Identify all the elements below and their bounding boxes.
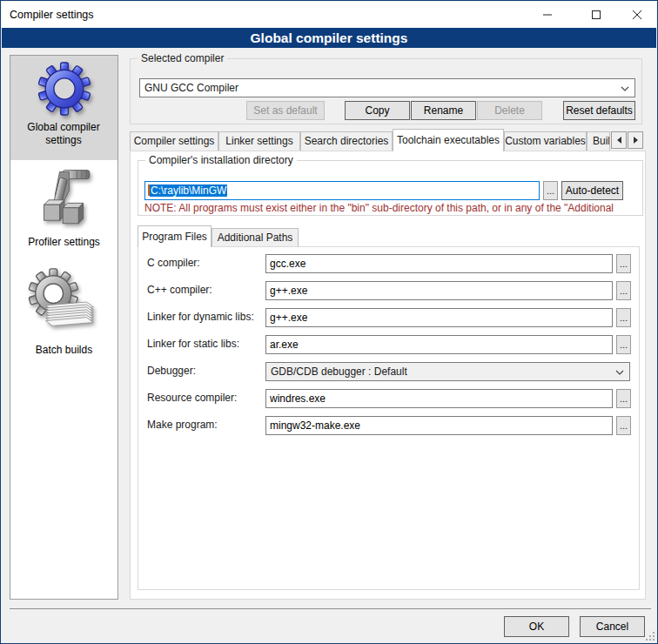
linker-static-browse-button[interactable]: ... xyxy=(616,335,631,354)
tab-scroll-right-button[interactable] xyxy=(628,131,643,149)
install-dir-browse-button[interactable]: ... xyxy=(543,181,558,200)
install-dir-input[interactable]: C:\raylib\MinGW xyxy=(144,181,540,200)
install-dir-value: C:\raylib\MinGW xyxy=(150,184,227,197)
ok-button[interactable]: OK xyxy=(504,616,569,637)
linker-dynamic-browse-button[interactable]: ... xyxy=(616,308,631,327)
field-label: Linker for dynamic libs: xyxy=(147,311,254,323)
close-button[interactable] xyxy=(622,2,652,28)
linker-static-input[interactable] xyxy=(265,335,613,354)
resize-grip[interactable] xyxy=(644,630,655,641)
cpp-compiler-browse-button[interactable]: ... xyxy=(616,281,631,300)
field-row-linker-dynamic: Linker for dynamic libs: ... xyxy=(138,308,639,327)
selected-compiler-group: Selected compiler GNU GCC Compiler Set a… xyxy=(130,58,642,124)
linker-dynamic-input[interactable] xyxy=(265,308,613,327)
cancel-button[interactable]: Cancel xyxy=(580,616,645,637)
tab-linker-settings[interactable]: Linker settings xyxy=(218,131,300,151)
compiler-select[interactable]: GNU GCC Compiler xyxy=(139,78,635,97)
titlebar: Compiler settings xyxy=(2,2,656,28)
cpp-compiler-input[interactable] xyxy=(265,281,613,300)
dialog-banner: Global compiler settings xyxy=(2,28,656,48)
field-row-resource-compiler: Resource compiler: ... xyxy=(138,389,639,408)
tab-search-directories[interactable]: Search directories xyxy=(300,131,393,151)
chevron-down-icon xyxy=(615,370,624,375)
debugger-select[interactable]: GDB/CDB debugger : Default xyxy=(265,362,630,381)
set-as-default-button[interactable]: Set as default xyxy=(246,101,325,120)
rename-button[interactable]: Rename xyxy=(411,101,476,120)
field-row-debugger: Debugger: GDB/CDB debugger : Default xyxy=(138,362,639,381)
subtab-additional-paths[interactable]: Additional Paths xyxy=(212,228,299,247)
compiler-select-value: GNU GCC Compiler xyxy=(144,82,238,94)
minimize-button[interactable] xyxy=(533,2,562,28)
gear-stack-icon xyxy=(10,266,118,344)
sidebar-item-label: Profiler settings xyxy=(10,236,118,249)
auto-detect-button[interactable]: Auto-detect xyxy=(561,181,623,200)
minimize-icon xyxy=(542,10,553,20)
install-dir-group: Compiler's installation directory C:\ray… xyxy=(138,160,643,216)
field-label: C compiler: xyxy=(147,257,200,269)
maximize-button[interactable] xyxy=(581,2,611,28)
field-label: Resource compiler: xyxy=(147,392,237,404)
selected-compiler-group-label: Selected compiler xyxy=(138,52,227,64)
tab-build-options[interactable]: Build xyxy=(587,131,610,151)
tab-toolchain-executables[interactable]: Toolchain executables xyxy=(393,129,504,151)
maximize-icon xyxy=(591,10,601,20)
gear-blue-icon xyxy=(10,56,118,118)
field-row-linker-static: Linker for static libs: ... xyxy=(138,335,639,354)
sidebar: Global compiler settings xyxy=(10,55,118,600)
arrow-left-icon xyxy=(617,137,621,144)
close-icon xyxy=(632,10,642,20)
arrow-right-icon xyxy=(634,137,638,144)
field-row-c-compiler: C compiler: ... xyxy=(138,254,639,273)
install-dir-group-label: Compiler's installation directory xyxy=(145,154,297,166)
copy-button[interactable]: Copy xyxy=(345,101,410,120)
subtab-program-files[interactable]: Program Files xyxy=(138,225,212,247)
field-label: Linker for static libs: xyxy=(147,338,239,350)
window-title: Compiler settings xyxy=(10,9,94,21)
field-label: C++ compiler: xyxy=(147,284,212,296)
sidebar-item-batch-builds[interactable]: Batch builds xyxy=(10,266,118,414)
sidebar-item-profiler-settings[interactable]: Profiler settings xyxy=(10,164,118,259)
field-row-cpp-compiler: C++ compiler: ... xyxy=(138,281,639,300)
resource-compiler-browse-button[interactable]: ... xyxy=(616,389,631,408)
make-program-input[interactable] xyxy=(265,416,613,435)
resource-compiler-input[interactable] xyxy=(265,389,613,408)
reset-defaults-button[interactable]: Reset defaults xyxy=(563,101,635,120)
sidebar-item-global-compiler-settings[interactable]: Global compiler settings xyxy=(10,56,118,160)
caliper-icon xyxy=(10,164,118,236)
make-program-browse-button[interactable]: ... xyxy=(616,416,631,435)
tab-compiler-settings[interactable]: Compiler settings xyxy=(130,131,218,151)
c-compiler-input[interactable] xyxy=(265,254,613,273)
debugger-select-value: GDB/CDB debugger : Default xyxy=(271,366,407,378)
toolchain-executables-page: Compiler's installation directory C:\ray… xyxy=(130,151,646,600)
sidebar-item-label: Global compiler settings xyxy=(18,121,109,147)
field-row-make-program: Make program: ... xyxy=(138,416,639,435)
chevron-down-icon xyxy=(621,86,629,91)
field-label: Make program: xyxy=(147,419,218,431)
footer-divider xyxy=(10,608,651,609)
tab-custom-variables[interactable]: Custom variables xyxy=(504,131,587,151)
note-text: NOTE: All programs must exist either in … xyxy=(144,202,641,214)
tab-scroll-left-button[interactable] xyxy=(611,131,627,149)
program-files-page: C compiler: ... C++ compiler: ... Linker… xyxy=(138,246,640,590)
field-label: Debugger: xyxy=(147,365,196,377)
compiler-settings-dialog: Compiler settings Global compiler settin… xyxy=(0,0,658,644)
sidebar-item-label: Batch builds xyxy=(10,344,118,357)
c-compiler-browse-button[interactable]: ... xyxy=(616,254,631,273)
delete-button[interactable]: Delete xyxy=(477,101,542,120)
